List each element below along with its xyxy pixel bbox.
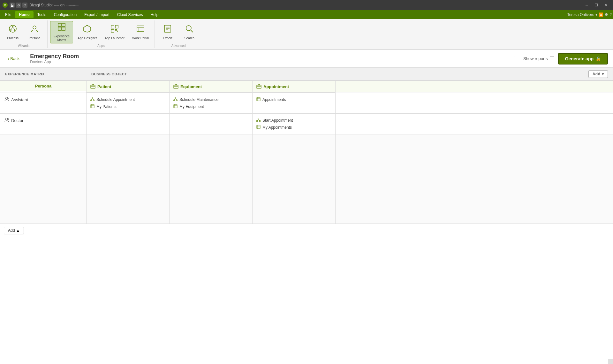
gear-icon[interactable]: ⚙ bbox=[605, 12, 608, 17]
action-label: My Patients bbox=[96, 104, 117, 109]
user-area: Teresa Ontivero ▾ 🔼 ⚙ ? bbox=[567, 12, 612, 17]
title-bar: B 💾 ⚙ ⏱ Bizagi Studio: ····· on ········… bbox=[0, 0, 613, 10]
menu-bar: File Home Tools Configuration Export / I… bbox=[0, 10, 613, 19]
svg-rect-9 bbox=[58, 27, 61, 30]
list-item[interactable]: Schedule Appointment bbox=[90, 96, 165, 103]
scrollbar-corner bbox=[608, 359, 613, 364]
add-persona-area: Add ▲ bbox=[0, 224, 613, 237]
page-subtitle: Doctors App bbox=[30, 60, 505, 64]
user-dropdown-icon[interactable]: ▾ bbox=[595, 12, 597, 17]
toolbar-section-apps: ExperienceMatrix App Designer bbox=[50, 21, 152, 48]
toolbar-section-wizards: Process Persona Wizards bbox=[3, 21, 45, 48]
persona-button[interactable]: Persona bbox=[24, 21, 45, 43]
empty-equipment-cell bbox=[170, 134, 253, 224]
search-button[interactable]: Search bbox=[179, 21, 200, 43]
add-persona-up-icon: ▲ bbox=[16, 228, 20, 233]
svg-rect-10 bbox=[62, 27, 65, 30]
action-label: Start Appointment bbox=[262, 118, 293, 123]
list-item[interactable]: My Equipment bbox=[173, 103, 248, 110]
show-reports-checkbox[interactable] bbox=[550, 57, 554, 61]
svg-rect-8 bbox=[62, 23, 65, 27]
generate-app-button[interactable]: Generate app 🔒 bbox=[558, 53, 608, 64]
menu-cloud-services[interactable]: Cloud Services bbox=[113, 11, 147, 18]
list-item[interactable]: Appointments bbox=[256, 96, 331, 103]
wizards-buttons: Process Persona bbox=[3, 21, 45, 43]
help-icon[interactable]: ? bbox=[609, 12, 612, 17]
persona-label: Persona bbox=[28, 36, 40, 40]
divider bbox=[26, 54, 26, 64]
work-portal-button[interactable]: Work Portal bbox=[129, 21, 152, 43]
minimize-button[interactable]: ─ bbox=[582, 2, 591, 8]
add-business-object-button[interactable]: Add ▾ bbox=[588, 70, 608, 78]
toolbar-group-apps: ExperienceMatrix App Designer bbox=[48, 20, 155, 48]
advanced-buttons: Expert Search bbox=[157, 21, 200, 43]
process-action-icon bbox=[173, 97, 178, 102]
persona-icon bbox=[30, 24, 39, 35]
menu-export-import[interactable]: Export / Import bbox=[80, 11, 113, 18]
list-item[interactable]: My Patients bbox=[90, 103, 165, 110]
menu-home[interactable]: Home bbox=[15, 11, 33, 18]
patient-briefcase-icon bbox=[90, 84, 95, 90]
persona-header-label: Persona bbox=[35, 84, 51, 88]
title-bar-left: B 💾 ⚙ ⏱ Bizagi Studio: ····· on ········… bbox=[3, 3, 79, 8]
appointment-column-header: Appointment bbox=[253, 81, 336, 93]
settings-icon[interactable]: ⚙ bbox=[16, 3, 21, 8]
back-arrow-icon: ‹ bbox=[8, 56, 9, 61]
list-item[interactable]: My Appointments bbox=[256, 124, 331, 131]
user-name: Teresa Ontivero bbox=[567, 12, 594, 17]
svg-rect-15 bbox=[115, 29, 117, 31]
apps-group-label: Apps bbox=[97, 44, 105, 48]
expand-icon[interactable]: 🔼 bbox=[599, 12, 603, 17]
expert-label: Expert bbox=[163, 36, 172, 40]
business-object-label: BUSINESS OBJECT bbox=[91, 72, 127, 76]
equipment-briefcase-icon bbox=[173, 84, 178, 90]
app-icon: B bbox=[3, 3, 8, 8]
empty-last-cell bbox=[336, 134, 613, 224]
expert-button[interactable]: Expert bbox=[157, 21, 178, 43]
menu-tools[interactable]: Tools bbox=[34, 11, 50, 18]
menu-help[interactable]: Help bbox=[147, 11, 163, 18]
process-action-icon bbox=[90, 97, 95, 102]
patient-header: Patient bbox=[87, 81, 169, 93]
restore-button[interactable]: ❐ bbox=[592, 2, 601, 8]
close-button[interactable]: ✕ bbox=[602, 2, 610, 8]
matrix-header-right: BUSINESS OBJECT Add ▾ bbox=[91, 70, 608, 78]
assistant-patient-cell: Schedule Appointment My Patients bbox=[87, 93, 170, 114]
svg-point-24 bbox=[186, 26, 191, 31]
dropdown-arrow-icon: ▾ bbox=[602, 72, 604, 76]
matrix-container: EXPERIENCE MATRIX BUSINESS OBJECT Add ▾ … bbox=[0, 68, 613, 364]
table-row: Assistant bbox=[0, 93, 613, 114]
back-button[interactable]: ‹ Back bbox=[5, 55, 22, 62]
more-options-button[interactable]: ⋮ bbox=[509, 54, 519, 64]
experience-matrix-button[interactable]: ExperienceMatrix bbox=[50, 21, 73, 43]
app-launcher-button[interactable]: App Launcher bbox=[102, 21, 128, 43]
empty-column-header bbox=[336, 81, 613, 93]
svg-rect-60 bbox=[257, 125, 260, 129]
app-designer-button[interactable]: App Designer bbox=[74, 21, 100, 43]
process-button[interactable]: Process bbox=[3, 21, 23, 43]
svg-rect-13 bbox=[115, 25, 118, 28]
list-item[interactable]: Start Appointment bbox=[256, 117, 331, 124]
persona-header: Persona bbox=[0, 81, 86, 91]
save-icon[interactable]: 💾 bbox=[10, 3, 15, 8]
page-header: ‹ Back Emergency Room Doctors App ⋮ Show… bbox=[0, 50, 613, 68]
app-designer-icon bbox=[83, 24, 92, 35]
doctor-icon bbox=[4, 118, 9, 124]
action-label: My Appointments bbox=[262, 125, 292, 130]
svg-line-4 bbox=[11, 27, 13, 30]
action-label: Appointments bbox=[262, 97, 286, 102]
process-label: Process bbox=[7, 36, 19, 40]
menu-configuration[interactable]: Configuration bbox=[50, 11, 80, 18]
action-label: Schedule Maintenance bbox=[179, 97, 218, 102]
svg-rect-7 bbox=[58, 23, 61, 27]
list-item[interactable]: Schedule Maintenance bbox=[173, 96, 248, 103]
page-title: Emergency Room bbox=[30, 53, 505, 60]
menu-file[interactable]: File bbox=[1, 11, 15, 18]
view-action-icon bbox=[90, 104, 95, 109]
app-designer-label: App Designer bbox=[78, 36, 97, 40]
history-icon[interactable]: ⏱ bbox=[22, 3, 27, 8]
action-label: Schedule Appointment bbox=[96, 97, 135, 102]
doctor-persona-name: Doctor bbox=[4, 118, 82, 124]
add-persona-button[interactable]: Add ▲ bbox=[4, 227, 24, 234]
doctor-label: Doctor bbox=[11, 118, 23, 123]
